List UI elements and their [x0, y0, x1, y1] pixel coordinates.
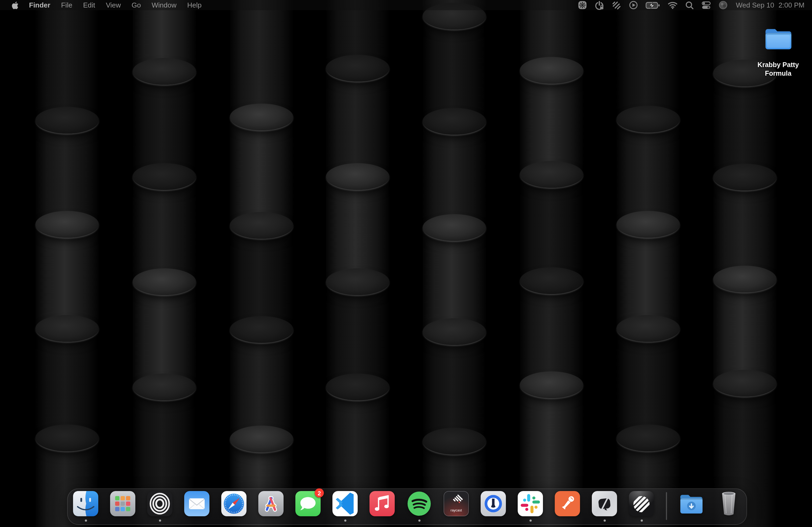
- dock-item-messages[interactable]: 2: [295, 491, 321, 516]
- cylinder-body: [230, 0, 293, 118]
- cylinder-top: [133, 163, 196, 190]
- dock-item-finder[interactable]: [73, 491, 98, 516]
- control-center-icon[interactable]: [698, 0, 715, 10]
- wallpaper-cylinder-column: [326, 0, 389, 527]
- cylinder-top: [713, 164, 777, 191]
- cylinder-body: [423, 228, 486, 333]
- cylinder-body: [326, 282, 389, 388]
- running-indicator: [344, 520, 346, 522]
- menu-item-file[interactable]: File: [56, 0, 77, 10]
- cylinder-top: [230, 104, 293, 131]
- apple-menu[interactable]: [6, 1, 24, 10]
- raycast-menu-icon[interactable]: [608, 0, 625, 10]
- cylinder-top: [423, 318, 486, 345]
- wallpaper-cylinder-column: [230, 0, 293, 527]
- cylinder-body: [230, 117, 293, 226]
- folder-label: Krabby Patty Formula: [748, 61, 808, 78]
- cylinder-body: [35, 0, 99, 121]
- cylinder-top: [230, 316, 293, 343]
- dock: 2 raycast: [67, 488, 747, 525]
- cylinder-body: [35, 328, 99, 439]
- dock-item-circles[interactable]: [147, 491, 172, 516]
- cylinder-body: [520, 281, 583, 386]
- menu-item-go[interactable]: Go: [126, 0, 146, 10]
- cylinder-body: [713, 73, 777, 178]
- cylinder-top: [520, 267, 583, 294]
- cylinder-top: [35, 107, 99, 134]
- menu-bar-clock[interactable]: Wed Sep 10 2:00 PM: [732, 1, 804, 9]
- notification-badge: 2: [315, 488, 324, 497]
- dock-item-mail[interactable]: [184, 491, 209, 516]
- cylinder-top: [423, 214, 486, 241]
- cylinder-top: [326, 374, 389, 400]
- running-indicator: [85, 520, 87, 522]
- menu-item-view[interactable]: View: [100, 0, 126, 10]
- running-indicator: [603, 520, 606, 522]
- dock-item-appstore[interactable]: [258, 491, 284, 516]
- cylinder-top: [713, 370, 777, 396]
- cylinder-body: [617, 328, 680, 439]
- macos-desktop: FinderFileEditViewGoWindowHelp Wed Sep 1…: [0, 0, 812, 527]
- power-lock-icon[interactable]: [591, 0, 608, 10]
- cylinder-top: [423, 108, 486, 135]
- menu-bar: FinderFileEditViewGoWindowHelp Wed Sep 1…: [0, 0, 812, 10]
- viewport: FinderFileEditViewGoWindowHelp Wed Sep 1…: [0, 0, 812, 527]
- cylinder-body: [35, 120, 99, 225]
- cylinder-top: [35, 424, 99, 451]
- profile-menu-icon[interactable]: [715, 0, 732, 10]
- wallpaper-cylinder-column: [35, 0, 99, 527]
- cylinder-body: [617, 119, 680, 225]
- wifi-icon[interactable]: [664, 0, 682, 10]
- cylinder-top: [520, 57, 583, 84]
- dock-item-slack[interactable]: [518, 491, 543, 516]
- dock-item-linear[interactable]: [629, 491, 654, 516]
- cylinder-top: [230, 425, 293, 452]
- menu-bar-status: Wed Sep 10 2:00 PM: [574, 0, 812, 10]
- dock-item-downloads[interactable]: [679, 491, 704, 516]
- menu-item-window[interactable]: Window: [146, 0, 182, 10]
- battery-charging-icon[interactable]: [642, 0, 664, 10]
- dock-item-safari[interactable]: [221, 491, 246, 516]
- wallpaper: [0, 0, 812, 527]
- menu-item-finder[interactable]: Finder: [24, 0, 56, 10]
- dock-item-trash[interactable]: [716, 491, 741, 516]
- cylinder-top: [520, 161, 583, 188]
- status-icons: [574, 0, 732, 10]
- cylinder-top: [133, 58, 196, 85]
- cylinder-body: [230, 330, 293, 440]
- dock-item-vscode[interactable]: [332, 491, 358, 516]
- dock-item-dia[interactable]: [592, 491, 617, 516]
- menu-item-help[interactable]: Help: [182, 0, 207, 10]
- desktop-folder-krabby-patty-formula[interactable]: Krabby Patty Formula: [746, 27, 810, 78]
- now-playing-icon[interactable]: [625, 0, 642, 10]
- cylinder-body: [713, 177, 777, 280]
- cylinder-top: [133, 268, 196, 295]
- wallpaper-cylinder-column: [423, 0, 486, 527]
- dock-item-postman[interactable]: [555, 491, 580, 516]
- dock-item-music[interactable]: [369, 491, 395, 516]
- clock-time: 2:00 PM: [779, 1, 804, 9]
- cylinder-body: [423, 121, 486, 229]
- cylinder-top: [617, 211, 680, 238]
- clock-date: Wed Sep 10: [736, 1, 774, 9]
- running-indicator: [159, 520, 161, 522]
- cylinder-body: [713, 279, 777, 384]
- running-indicator: [529, 520, 532, 522]
- cylinder-top: [617, 315, 680, 342]
- spotlight-search-icon[interactable]: [682, 0, 698, 10]
- wallpaper-cylinder-column: [713, 0, 777, 527]
- menu-item-edit[interactable]: Edit: [77, 0, 100, 10]
- wallpaper-cylinder-column: [133, 0, 196, 527]
- sunburst-app-icon[interactable]: [574, 0, 591, 10]
- cylinder-top: [326, 163, 389, 190]
- dock-item-raycast[interactable]: raycast: [444, 491, 469, 516]
- cylinder-top: [230, 212, 293, 239]
- dock-divider: [666, 492, 667, 520]
- cylinder-body: [423, 16, 486, 122]
- dock-item-launchpad[interactable]: [110, 491, 135, 516]
- app-menus: FinderFileEditViewGoWindowHelp: [24, 0, 207, 10]
- dock-item-onepassword[interactable]: [481, 491, 506, 516]
- menu-bar-left: FinderFileEditViewGoWindowHelp: [0, 0, 207, 10]
- dock-item-spotify[interactable]: [407, 491, 432, 516]
- cylinder-body: [617, 224, 680, 330]
